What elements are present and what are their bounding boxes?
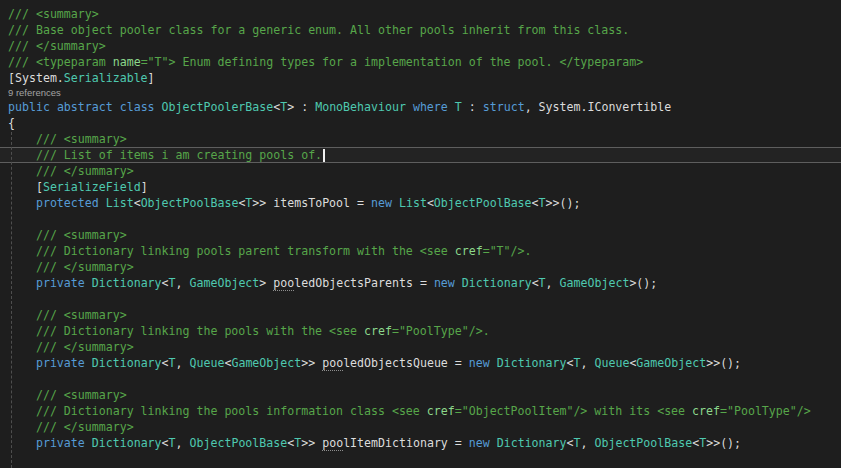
code-segment: ="PoolType"/>. — [392, 324, 490, 338]
code-segment — [85, 436, 92, 450]
code-segment: >> — [301, 356, 322, 370]
code-segment: /// <summary> — [8, 7, 99, 21]
code-line[interactable]: /// Dictionary linking the pools informa… — [0, 403, 841, 419]
code-segment: T — [169, 436, 176, 450]
code-line[interactable] — [0, 371, 841, 387]
code-segment — [155, 100, 162, 114]
spellcheck-squiggle-segment: poo — [322, 436, 343, 451]
code-lines: /// <summary>/// Base object pooler clas… — [0, 6, 841, 467]
code-segment: , — [581, 356, 595, 370]
code-segment — [455, 276, 462, 290]
code-segment: T — [539, 196, 546, 210]
code-line[interactable]: protected List<ObjectPoolBase<T>> itemsT… — [0, 195, 841, 211]
code-segment: Dictionary — [92, 356, 162, 370]
code-segment: GameObject — [231, 356, 301, 370]
code-line[interactable]: [SerializeField] — [0, 179, 841, 195]
code-line[interactable]: /// </summary> — [0, 339, 841, 355]
code-segment — [85, 356, 92, 370]
code-line[interactable]: private Dictionary<T, Queue<GameObject>>… — [0, 355, 841, 371]
code-segment: Dictionary — [92, 436, 162, 450]
code-segment: private — [36, 276, 85, 290]
code-segment: GameObject — [560, 276, 630, 290]
code-segment: < — [427, 196, 434, 210]
code-segment: lItemDictionary = — [343, 436, 469, 450]
code-line[interactable] — [0, 451, 841, 467]
code-line[interactable]: /// </summary> — [0, 259, 841, 275]
code-segment: cref — [692, 404, 720, 418]
code-segment: List — [399, 196, 427, 210]
code-segment: ObjectPoolerBase — [162, 100, 274, 114]
code-segment: ="T"/>. — [483, 244, 532, 258]
code-segment: /// Dictionary linking the pools with th… — [8, 324, 364, 338]
code-segment: MonoBehaviour — [315, 100, 406, 114]
code-line[interactable]: private Dictionary<T, ObjectPoolBase<T>>… — [0, 435, 841, 451]
code-line[interactable]: { — [0, 115, 841, 131]
code-segment: /// Dictionary linking the pools informa… — [8, 404, 427, 418]
code-segment: cref — [364, 324, 392, 338]
code-line-current[interactable]: /// List of items i am creating pools of… — [0, 147, 841, 163]
code-segment: Dictionary — [462, 276, 532, 290]
code-segment: < — [532, 276, 539, 290]
code-segment: new — [434, 276, 455, 290]
code-segment: Dictionary — [497, 356, 567, 370]
code-segment: Dictionary — [497, 436, 567, 450]
code-segment: ] — [148, 71, 155, 85]
code-line[interactable] — [0, 211, 841, 227]
code-segment: Queue — [190, 356, 225, 370]
code-segment: , System.IConvertible — [525, 100, 672, 114]
code-segment: 9 references — [8, 87, 61, 98]
code-segment: Dictionary — [92, 276, 162, 290]
code-segment: new — [469, 356, 490, 370]
code-segment: private — [36, 436, 85, 450]
code-segment: public — [8, 100, 50, 114]
code-line[interactable]: /// <summary> — [0, 131, 841, 147]
code-segment: /// Dictionary linking pools parent tran… — [8, 244, 455, 258]
code-segment: < — [567, 436, 574, 450]
codelens-references[interactable]: 9 references — [0, 86, 841, 99]
code-segment: /// <summary> — [8, 132, 127, 146]
code-segment: Serializable — [64, 71, 148, 85]
code-segment — [392, 196, 399, 210]
code-segment: name — [113, 55, 141, 69]
code-line[interactable]: /// </summary> — [0, 163, 841, 179]
code-line[interactable]: /// Dictionary linking the pools with th… — [0, 323, 841, 339]
code-segment: , — [546, 276, 560, 290]
code-segment: /// <summary> — [8, 388, 127, 402]
code-line[interactable]: /// <summary> — [0, 387, 841, 403]
code-segment — [406, 100, 413, 114]
code-line[interactable]: /// <summary> — [0, 227, 841, 243]
code-line[interactable]: /// Base object pooler class for a gener… — [0, 22, 841, 38]
code-segment — [448, 100, 455, 114]
code-line[interactable]: /// <summary> — [0, 6, 841, 22]
code-segment: >(); — [629, 276, 657, 290]
code-segment: /// </summary> — [8, 260, 134, 274]
code-line[interactable]: private Dictionary<T, GameObject> pooled… — [0, 275, 841, 291]
code-segment — [50, 100, 57, 114]
code-segment: [ — [8, 180, 43, 194]
code-segment: ledObjectsQueue = — [343, 356, 469, 370]
code-line[interactable]: [System.Serializable] — [0, 70, 841, 86]
code-line[interactable]: /// </summary> — [0, 419, 841, 435]
code-segment — [8, 276, 36, 290]
code-line[interactable]: /// <summary> — [0, 307, 841, 323]
code-segment: ObjectPoolBase — [434, 196, 532, 210]
code-segment: >> itemsToPool = — [252, 196, 371, 210]
code-line[interactable]: /// </summary> — [0, 38, 841, 54]
code-segment: where — [413, 100, 448, 114]
code-segment: /// <summary> — [8, 308, 127, 322]
code-editor[interactable]: /// <summary>/// Base object pooler clas… — [0, 0, 841, 468]
code-segment: T — [574, 356, 581, 370]
code-segment: T — [574, 436, 581, 450]
code-segment — [490, 436, 497, 450]
code-segment — [8, 196, 36, 210]
code-segment: , — [581, 436, 595, 450]
code-segment: abstract — [57, 100, 113, 114]
code-line[interactable]: /// <typeparam name="T"> Enum defining t… — [0, 54, 841, 70]
code-segment: T — [169, 276, 176, 290]
code-line[interactable] — [0, 291, 841, 307]
code-segment: ObjectPoolBase — [190, 436, 288, 450]
code-line[interactable]: /// Dictionary linking pools parent tran… — [0, 243, 841, 259]
code-segment: ="ObjectPoolItem"/> with its <see — [455, 404, 692, 418]
code-segment: /// </summary> — [8, 420, 134, 434]
code-line[interactable]: public abstract class ObjectPoolerBase<T… — [0, 99, 841, 115]
